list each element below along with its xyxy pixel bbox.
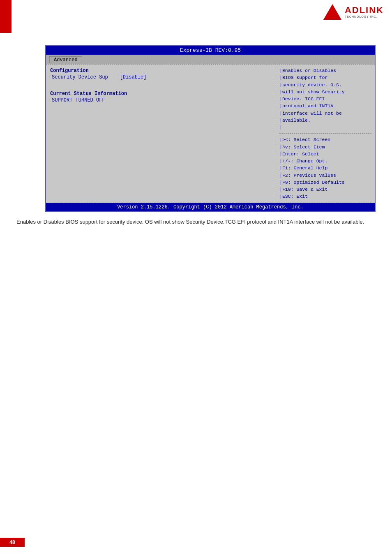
logo-text: ADLINK TECHNOLOGY INC. <box>345 5 384 18</box>
bios-title: Express-IB REV:0.95 <box>180 47 241 53</box>
description-text: Enables or Disables BIOS support for sec… <box>16 218 376 226</box>
brand-sub: TECHNOLOGY INC. <box>345 15 384 18</box>
bios-title-bar: Express-IB REV:0.95 <box>46 46 375 55</box>
bios-keys: |><: Select Screen |^v: Select Item |Ent… <box>279 136 371 200</box>
bios-status-title: Current Status Information <box>50 91 272 97</box>
logo-triangle-icon <box>323 4 341 20</box>
bios-left-panel: Configuration Security Device Sup [Disab… <box>46 65 276 203</box>
page-number: 48 <box>0 538 25 547</box>
bios-item-security-value: [Disable] <box>120 74 147 80</box>
bios-body: Configuration Security Device Sup [Disab… <box>46 64 375 203</box>
brand-name: ADLINK <box>345 5 384 15</box>
bios-copyright: Version 2.15.1226. Copyright (C) 2012 Am… <box>117 204 304 210</box>
bios-status-value: SUPPORT TURNED OFF <box>52 97 272 103</box>
bios-section-configuration: Configuration <box>50 68 272 74</box>
bios-help-text: |Enables or Disables |BIOS support for |… <box>279 67 371 131</box>
bios-container: Express-IB REV:0.95 Advanced Configurati… <box>45 45 376 212</box>
bios-item-security-device[interactable]: Security Device Sup [Disable] <box>52 74 272 80</box>
bios-right-panel: |Enables or Disables |BIOS support for |… <box>276 65 375 203</box>
bios-help-separator <box>279 133 371 134</box>
bios-tab-advanced[interactable]: Advanced <box>49 56 82 63</box>
bios-footer: Version 2.15.1226. Copyright (C) 2012 Am… <box>46 203 375 211</box>
logo-area: ADLINK TECHNOLOGY INC. <box>323 4 384 20</box>
corner-accent <box>0 0 12 33</box>
bios-tab-bar: Advanced <box>46 55 375 64</box>
